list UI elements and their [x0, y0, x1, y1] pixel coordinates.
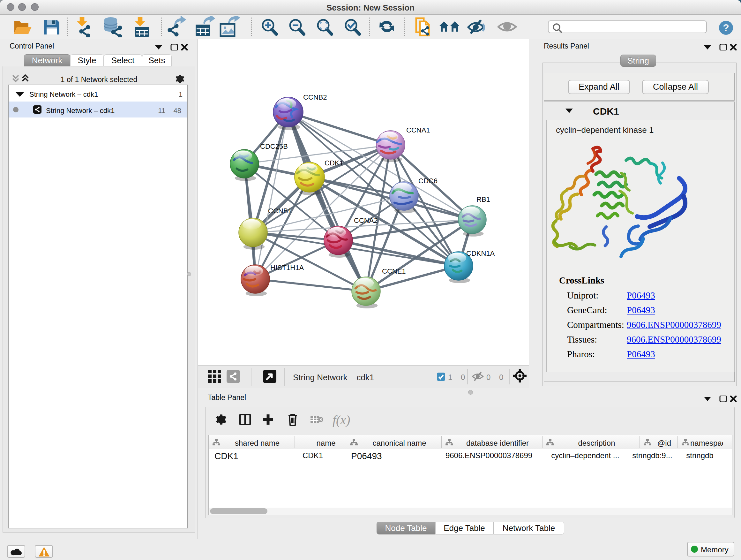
- svg-text:?: ?: [723, 22, 729, 34]
- svg-text:CDC25B: CDC25B: [260, 142, 288, 150]
- svg-text:CDC6: CDC6: [418, 177, 437, 185]
- svg-text:CDK1: CDK1: [325, 159, 343, 167]
- svg-text:CCNB1: CCNB1: [268, 207, 292, 215]
- svg-text:CCNE1: CCNE1: [382, 267, 406, 275]
- svg-text:CDKN1A: CDKN1A: [466, 249, 495, 257]
- svg-text:CCNA1: CCNA1: [406, 126, 430, 134]
- svg-text:CCNB2: CCNB2: [303, 93, 327, 101]
- svg-text:HIST1H1A: HIST1H1A: [270, 264, 304, 272]
- svg-text:RB1: RB1: [476, 195, 490, 203]
- svg-text:CCNA2: CCNA2: [354, 216, 378, 225]
